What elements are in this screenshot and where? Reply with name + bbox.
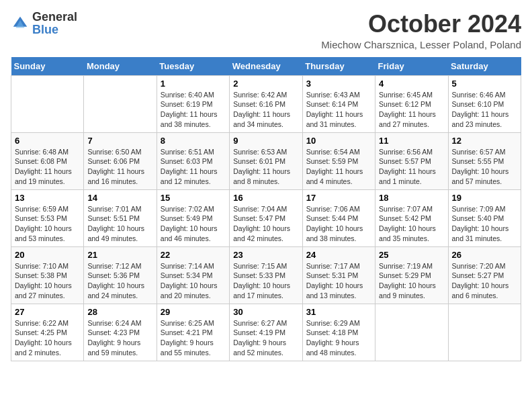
calendar-cell: 15Sunrise: 7:02 AMSunset: 5:49 PMDayligh…	[157, 189, 229, 246]
calendar-cell	[11, 75, 84, 132]
logo: General Blue	[11, 11, 77, 36]
day-number: 22	[161, 250, 226, 260]
calendar-header-tuesday: Tuesday	[157, 57, 229, 76]
day-number: 13	[15, 193, 80, 203]
calendar-cell: 18Sunrise: 7:07 AMSunset: 5:42 PMDayligh…	[375, 189, 448, 246]
day-info: Sunrise: 6:40 AMSunset: 6:19 PMDaylight:…	[161, 90, 226, 130]
day-number: 19	[452, 193, 517, 203]
calendar-cell: 9Sunrise: 6:53 AMSunset: 6:01 PMDaylight…	[230, 132, 302, 189]
day-number: 20	[15, 250, 80, 260]
day-info: Sunrise: 6:46 AMSunset: 6:10 PMDaylight:…	[452, 90, 517, 130]
week-row-3: 13Sunrise: 6:59 AMSunset: 5:53 PMDayligh…	[11, 189, 521, 246]
calendar-cell: 12Sunrise: 6:57 AMSunset: 5:55 PMDayligh…	[448, 132, 521, 189]
day-info: Sunrise: 7:10 AMSunset: 5:38 PMDaylight:…	[15, 261, 80, 301]
logo-text-general: General	[32, 10, 77, 24]
day-info: Sunrise: 6:27 AMSunset: 4:19 PMDaylight:…	[233, 318, 298, 358]
calendar-cell: 29Sunrise: 6:25 AMSunset: 4:21 PMDayligh…	[157, 304, 229, 361]
calendar-header-row: SundayMondayTuesdayWednesdayThursdayFrid…	[11, 57, 521, 76]
day-info: Sunrise: 6:22 AMSunset: 4:25 PMDaylight:…	[15, 318, 80, 358]
day-info: Sunrise: 6:57 AMSunset: 5:55 PMDaylight:…	[452, 147, 517, 187]
day-info: Sunrise: 6:54 AMSunset: 5:59 PMDaylight:…	[306, 147, 371, 187]
day-number: 2	[233, 79, 298, 89]
calendar-cell: 16Sunrise: 7:04 AMSunset: 5:47 PMDayligh…	[230, 189, 302, 246]
calendar-cell: 1Sunrise: 6:40 AMSunset: 6:19 PMDaylight…	[157, 75, 229, 132]
day-info: Sunrise: 6:48 AMSunset: 6:08 PMDaylight:…	[15, 147, 80, 187]
day-info: Sunrise: 7:19 AMSunset: 5:29 PMDaylight:…	[379, 261, 444, 301]
calendar-cell: 31Sunrise: 6:29 AMSunset: 4:18 PMDayligh…	[302, 304, 375, 361]
month-title: October 2024	[321, 11, 521, 38]
day-number: 18	[379, 193, 444, 203]
day-info: Sunrise: 7:17 AMSunset: 5:31 PMDaylight:…	[306, 261, 371, 301]
day-number: 27	[15, 307, 80, 317]
day-info: Sunrise: 6:29 AMSunset: 4:18 PMDaylight:…	[306, 318, 371, 358]
day-number: 25	[379, 250, 444, 260]
day-info: Sunrise: 6:42 AMSunset: 6:16 PMDaylight:…	[233, 90, 298, 130]
calendar-cell: 28Sunrise: 6:24 AMSunset: 4:23 PMDayligh…	[84, 304, 157, 361]
calendar-cell: 3Sunrise: 6:43 AMSunset: 6:14 PMDaylight…	[302, 75, 375, 132]
calendar-cell: 24Sunrise: 7:17 AMSunset: 5:31 PMDayligh…	[302, 246, 375, 304]
day-number: 3	[306, 79, 371, 89]
week-row-2: 6Sunrise: 6:48 AMSunset: 6:08 PMDaylight…	[11, 132, 521, 189]
calendar: SundayMondayTuesdayWednesdayThursdayFrid…	[11, 57, 521, 361]
calendar-cell: 5Sunrise: 6:46 AMSunset: 6:10 PMDaylight…	[448, 75, 521, 132]
day-number: 11	[379, 136, 444, 146]
day-info: Sunrise: 7:02 AMSunset: 5:49 PMDaylight:…	[161, 204, 226, 244]
day-number: 4	[379, 79, 444, 89]
day-info: Sunrise: 7:09 AMSunset: 5:40 PMDaylight:…	[452, 204, 517, 244]
title-section: October 2024 Miechow Charsznica, Lesser …	[321, 11, 521, 50]
calendar-cell: 10Sunrise: 6:54 AMSunset: 5:59 PMDayligh…	[302, 132, 375, 189]
week-row-1: 1Sunrise: 6:40 AMSunset: 6:19 PMDaylight…	[11, 75, 521, 132]
calendar-cell: 8Sunrise: 6:51 AMSunset: 6:03 PMDaylight…	[157, 132, 229, 189]
day-info: Sunrise: 6:25 AMSunset: 4:21 PMDaylight:…	[161, 318, 226, 358]
calendar-body: 1Sunrise: 6:40 AMSunset: 6:19 PMDaylight…	[11, 75, 521, 361]
day-info: Sunrise: 6:56 AMSunset: 5:57 PMDaylight:…	[379, 147, 444, 187]
day-info: Sunrise: 7:15 AMSunset: 5:33 PMDaylight:…	[233, 261, 298, 301]
calendar-cell: 19Sunrise: 7:09 AMSunset: 5:40 PMDayligh…	[448, 189, 521, 246]
calendar-cell	[375, 304, 448, 361]
calendar-header-friday: Friday	[375, 57, 448, 76]
day-number: 21	[87, 250, 152, 260]
calendar-header-thursday: Thursday	[302, 57, 375, 76]
day-info: Sunrise: 6:51 AMSunset: 6:03 PMDaylight:…	[161, 147, 226, 187]
day-number: 8	[161, 136, 226, 146]
calendar-cell: 22Sunrise: 7:14 AMSunset: 5:34 PMDayligh…	[157, 246, 229, 304]
calendar-cell	[84, 75, 157, 132]
calendar-cell: 2Sunrise: 6:42 AMSunset: 6:16 PMDaylight…	[230, 75, 302, 132]
day-info: Sunrise: 7:12 AMSunset: 5:36 PMDaylight:…	[87, 261, 152, 301]
calendar-cell: 6Sunrise: 6:48 AMSunset: 6:08 PMDaylight…	[11, 132, 84, 189]
day-info: Sunrise: 7:06 AMSunset: 5:44 PMDaylight:…	[306, 204, 371, 244]
location-title: Miechow Charsznica, Lesser Poland, Polan…	[321, 39, 521, 50]
calendar-cell: 26Sunrise: 7:20 AMSunset: 5:27 PMDayligh…	[448, 246, 521, 304]
day-info: Sunrise: 6:43 AMSunset: 6:14 PMDaylight:…	[306, 90, 371, 130]
day-number: 26	[452, 250, 517, 260]
calendar-header-wednesday: Wednesday	[230, 57, 302, 76]
day-number: 9	[233, 136, 298, 146]
calendar-header-monday: Monday	[84, 57, 157, 76]
week-row-4: 20Sunrise: 7:10 AMSunset: 5:38 PMDayligh…	[11, 246, 521, 304]
week-row-5: 27Sunrise: 6:22 AMSunset: 4:25 PMDayligh…	[11, 304, 521, 361]
calendar-cell: 4Sunrise: 6:45 AMSunset: 6:12 PMDaylight…	[375, 75, 448, 132]
calendar-cell: 20Sunrise: 7:10 AMSunset: 5:38 PMDayligh…	[11, 246, 84, 304]
day-info: Sunrise: 7:14 AMSunset: 5:34 PMDaylight:…	[161, 261, 226, 301]
day-info: Sunrise: 6:50 AMSunset: 6:06 PMDaylight:…	[87, 147, 152, 187]
calendar-cell: 13Sunrise: 6:59 AMSunset: 5:53 PMDayligh…	[11, 189, 84, 246]
day-number: 24	[306, 250, 371, 260]
day-number: 7	[87, 136, 152, 146]
calendar-cell	[448, 304, 521, 361]
calendar-cell: 21Sunrise: 7:12 AMSunset: 5:36 PMDayligh…	[84, 246, 157, 304]
day-number: 6	[15, 136, 80, 146]
day-info: Sunrise: 6:45 AMSunset: 6:12 PMDaylight:…	[379, 90, 444, 130]
day-number: 17	[306, 193, 371, 203]
day-info: Sunrise: 7:04 AMSunset: 5:47 PMDaylight:…	[233, 204, 298, 244]
day-info: Sunrise: 6:24 AMSunset: 4:23 PMDaylight:…	[87, 318, 152, 358]
page-header: General Blue October 2024 Miechow Charsz…	[11, 11, 521, 50]
calendar-cell: 27Sunrise: 6:22 AMSunset: 4:25 PMDayligh…	[11, 304, 84, 361]
day-number: 29	[161, 307, 226, 317]
day-number: 12	[452, 136, 517, 146]
day-number: 31	[306, 307, 371, 317]
day-number: 1	[161, 79, 226, 89]
logo-text-blue: Blue	[32, 23, 58, 36]
day-info: Sunrise: 7:01 AMSunset: 5:51 PMDaylight:…	[87, 204, 152, 244]
day-number: 23	[233, 250, 298, 260]
calendar-cell: 17Sunrise: 7:06 AMSunset: 5:44 PMDayligh…	[302, 189, 375, 246]
